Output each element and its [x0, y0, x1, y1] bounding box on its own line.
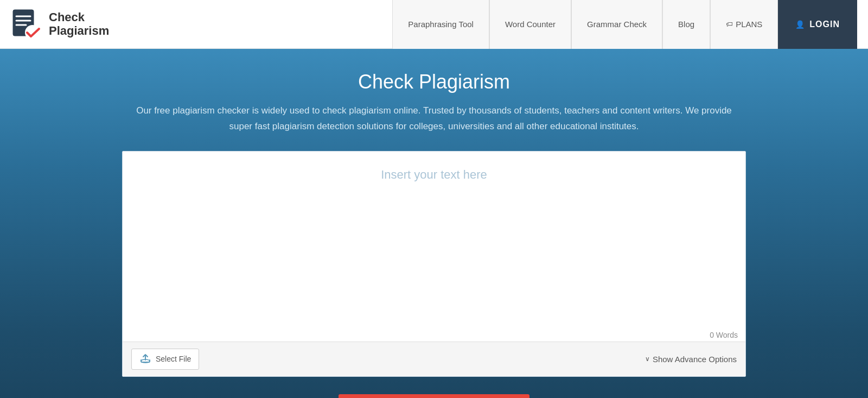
tag-icon: 🏷 — [726, 20, 733, 28]
select-file-button[interactable]: Select File — [131, 349, 199, 370]
nav-item-blog[interactable]: Blog — [662, 0, 710, 49]
textarea-container: 0 Words Select File ∨ Show Advance Optio… — [122, 151, 746, 377]
login-button[interactable]: 👤 LOGIN — [778, 0, 857, 49]
text-input[interactable] — [128, 157, 740, 325]
nav-item-grammar-check[interactable]: Grammar Check — [571, 0, 662, 49]
chevron-down-icon: ∨ — [645, 355, 650, 363]
logo-line2: Plagiarism — [49, 24, 109, 37]
textarea-footer: Select File ∨ Show Advance Options — [123, 342, 745, 376]
nav-area: Paraphrasing Tool Word Counter Grammar C… — [392, 0, 857, 49]
hero-title: Check Plagiarism — [358, 71, 510, 93]
nav-item-word-counter[interactable]: Word Counter — [489, 0, 571, 49]
select-file-label: Select File — [156, 355, 191, 363]
user-icon: 👤 — [795, 20, 805, 29]
logo-line1: Check — [49, 11, 109, 24]
textarea-wrapper — [123, 151, 745, 331]
logo-area: Check Plagiarism — [11, 9, 109, 40]
advance-options-button[interactable]: ∨ Show Advance Options — [645, 355, 737, 364]
nav-item-paraphrasing-tool[interactable]: Paraphrasing Tool — [392, 0, 489, 49]
hero-subtitle: Our free plagiarism checker is widely us… — [136, 103, 732, 135]
advance-options-label: Show Advance Options — [653, 355, 737, 364]
hero-section: Check Plagiarism Our free plagiarism che… — [0, 49, 868, 398]
upload-icon — [139, 352, 151, 366]
word-count: 0 Words — [123, 331, 745, 342]
check-plagiarism-button[interactable]: Check Plagiarism — [339, 394, 529, 398]
header: Check Plagiarism Paraphrasing Tool Word … — [0, 0, 868, 49]
nav-item-plans[interactable]: 🏷 PLANS — [710, 0, 778, 49]
logo-icon — [11, 9, 42, 40]
logo-text: Check Plagiarism — [49, 11, 109, 37]
